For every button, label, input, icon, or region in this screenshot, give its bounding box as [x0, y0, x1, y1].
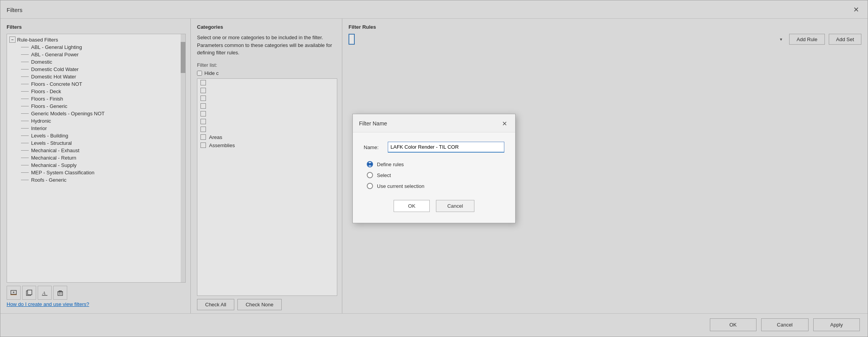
- modal-name-label: Name:: [364, 144, 383, 150]
- radio-label-current: Use current selection: [377, 183, 424, 189]
- radio-define-rules[interactable]: Define rules: [367, 161, 504, 167]
- main-dialog: Filters ✕ Filters − Rule-based Filters A…: [0, 0, 868, 337]
- modal-close-button[interactable]: ✕: [500, 119, 509, 128]
- modal-footer: OK Cancel: [364, 200, 504, 215]
- radio-label-define-rules: Define rules: [377, 162, 404, 167]
- modal-name-row: Name:: [364, 142, 504, 153]
- filter-name-input[interactable]: [388, 142, 504, 153]
- modal-overlay: Filter Name ✕ Name: Define rules: [0, 0, 868, 337]
- radio-label-select: Select: [377, 172, 391, 178]
- modal-title-bar: Filter Name ✕: [353, 114, 515, 132]
- radio-circle-current: [367, 183, 373, 189]
- modal-body: Name: Define rules Select: [353, 132, 515, 223]
- modal-title: Filter Name: [359, 120, 387, 127]
- modal-radio-group: Define rules Select Use current selectio…: [364, 161, 504, 189]
- filter-name-dialog: Filter Name ✕ Name: Define rules: [352, 114, 516, 223]
- radio-circle-selected: [367, 161, 373, 167]
- modal-cancel-button[interactable]: Cancel: [436, 200, 474, 212]
- radio-select[interactable]: Select: [367, 172, 504, 178]
- modal-ok-button[interactable]: OK: [394, 200, 430, 212]
- radio-circle-select: [367, 172, 373, 178]
- radio-dot: [368, 163, 370, 166]
- radio-use-current[interactable]: Use current selection: [367, 183, 504, 189]
